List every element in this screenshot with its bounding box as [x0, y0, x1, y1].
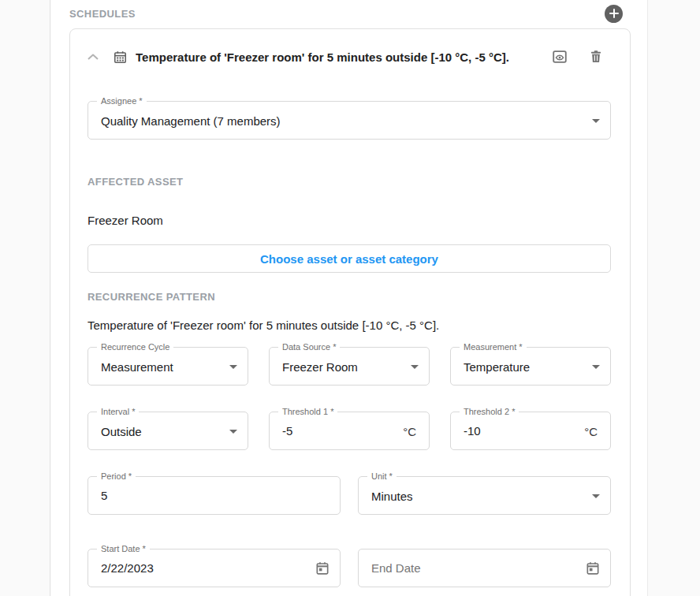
choose-asset-button[interactable]: Choose asset or asset category [88, 244, 611, 273]
affected-asset-heading: AFFECTED ASSET [88, 176, 611, 188]
assignee-label: Assignee * [97, 96, 147, 106]
interval-value: Outside [101, 424, 142, 438]
schedules-topbar: SCHEDULES [69, 3, 623, 24]
measurement-select[interactable]: Measurement * Temperature [450, 347, 611, 386]
add-icon [609, 8, 620, 19]
page-right-gutter [647, 0, 700, 596]
datepicker-icon [585, 561, 601, 576]
start-date-input[interactable] [101, 549, 305, 587]
data-source-value: Freezer Room [282, 359, 358, 373]
dropdown-arrow-icon [592, 119, 600, 123]
dropdown-arrow-icon [592, 494, 600, 498]
threshold-2-field: Threshold 2 * °C [450, 412, 611, 450]
dropdown-arrow-icon [411, 365, 419, 369]
recurrence-cycle-select[interactable]: Recurrence Cycle Measurement [88, 347, 248, 386]
interval-select[interactable]: Interval * Outside [88, 412, 248, 450]
affected-asset-name: Freezer Room [88, 214, 611, 227]
schedules-heading: SCHEDULES [69, 8, 136, 20]
threshold-1-input[interactable] [282, 412, 394, 449]
interval-label: Interval * [97, 407, 139, 417]
recurrence-cycle-label: Recurrence Cycle [97, 342, 173, 352]
period-field: Period * [88, 476, 341, 515]
recurrence-row-2: Interval * Outside Threshold 1 * °C Thre… [88, 412, 611, 450]
chevron-up-icon [87, 53, 99, 61]
data-source-select[interactable]: Data Source * Freezer Room [269, 347, 430, 386]
schedules-panel: SCHEDULES [51, 0, 647, 596]
schedule-title: Temperature of 'Freezer room' for 5 minu… [136, 50, 550, 64]
start-date-picker-button[interactable] [312, 558, 333, 579]
trash-icon [588, 49, 604, 65]
unit-select[interactable]: Unit * Minutes [358, 476, 611, 515]
recurrence-summary: Temperature of 'Freezer room' for 5 minu… [88, 318, 611, 332]
unit-label: Unit * [367, 471, 397, 482]
dropdown-arrow-icon [592, 365, 600, 369]
recurrence-row-3: Period * Unit * Minutes [88, 476, 611, 515]
end-date-picker-button[interactable] [583, 558, 603, 579]
calendar-icon [110, 47, 129, 66]
recurrence-row-4: Start Date * [88, 549, 611, 587]
recurrence-row-1: Recurrence Cycle Measurement Data Source… [88, 347, 611, 386]
threshold-2-unit-suffix: °C [584, 424, 598, 438]
datepicker-icon [315, 561, 330, 576]
assignee-select[interactable]: Assignee * Quality Management (7 members… [88, 101, 611, 140]
unit-value: Minutes [371, 489, 413, 502]
collapse-schedule-button[interactable] [84, 47, 102, 66]
delete-schedule-button[interactable] [586, 47, 605, 66]
preview-eye-icon [551, 48, 568, 65]
page-left-gutter [0, 0, 50, 596]
threshold-1-unit-suffix: °C [403, 424, 416, 438]
schedule-card-header: Temperature of 'Freezer room' for 5 minu… [84, 47, 611, 67]
measurement-label: Measurement * [460, 342, 527, 352]
dropdown-arrow-icon [229, 430, 237, 434]
assignee-value: Quality Management (7 members) [101, 114, 281, 127]
schedule-card: Temperature of 'Freezer room' for 5 minu… [69, 28, 631, 596]
threshold-2-input[interactable] [464, 412, 575, 449]
recurrence-cycle-value: Measurement [101, 359, 173, 373]
add-schedule-button[interactable] [605, 5, 623, 23]
preview-schedule-button[interactable] [550, 47, 569, 66]
threshold-1-field: Threshold 1 * °C [269, 412, 430, 450]
end-date-input[interactable] [371, 549, 575, 587]
dropdown-arrow-icon [229, 365, 237, 369]
recurrence-pattern-heading: RECURRENCE PATTERN [88, 291, 611, 303]
start-date-field: Start Date * [88, 549, 341, 587]
period-input[interactable] [101, 477, 305, 514]
measurement-value: Temperature [464, 359, 530, 373]
end-date-field [358, 549, 611, 587]
data-source-label: Data Source * [278, 342, 340, 352]
